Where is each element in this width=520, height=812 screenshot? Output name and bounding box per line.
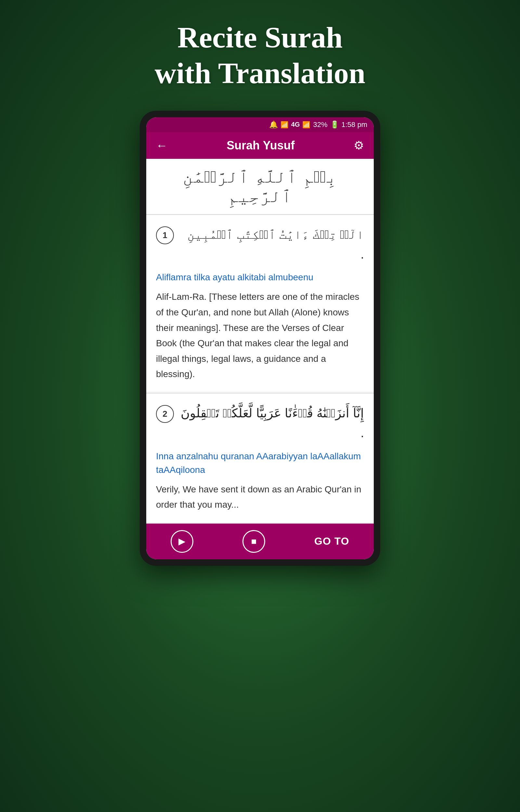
- play-button[interactable]: ▶: [171, 530, 193, 553]
- battery-icon: 🔋: [330, 120, 339, 129]
- battery-level: 32%: [313, 120, 327, 129]
- verse-transliteration-2: Inna anzalnahu quranan AAarabiyyan laAAa…: [156, 450, 364, 477]
- stop-icon: ■: [251, 536, 257, 547]
- network-type: 4G: [291, 121, 300, 128]
- verse-arabic: الٓرۚ تِلۡكَ ءَايَٰتُ ٱلۡكِتَٰبِ ٱلۡمُبِ…: [180, 225, 364, 264]
- status-icons: 🔔 📶 4G 📶 32% 🔋 1:58 pm: [269, 120, 367, 129]
- verse-header-2: 2 إِنَّآ أَنزَلۡنَٰهُ قُرۡءَٰنًا عَرَبِي…: [156, 403, 364, 443]
- verse-transliteration: Aliflamra tilka ayatu alkitabi almubeenu: [156, 271, 364, 284]
- stop-button[interactable]: ■: [242, 530, 265, 553]
- settings-button[interactable]: ⚙: [354, 139, 364, 152]
- page-title: Surah Yusuf: [227, 139, 294, 152]
- verse-arabic-2: إِنَّآ أَنزَلۡنَٰهُ قُرۡءَٰنًا عَرَبِيًّ…: [180, 403, 364, 443]
- play-icon: ▶: [178, 536, 186, 547]
- signal-icon: 📶: [281, 121, 289, 129]
- bismillah-section: بِسۡمِ ٱللَّهِ ٱلرَّحۡمَٰنِ ٱلرَّحِيمِ: [146, 159, 374, 214]
- verse-translation: Alif-Lam-Ra. [These letters are one of t…: [156, 289, 364, 382]
- bottom-bar: ▶ ■ GO TO: [146, 524, 374, 559]
- phone-device: 🔔 📶 4G 📶 32% 🔋 1:58 pm ← Surah Yusuf ⚙ ب…: [140, 111, 380, 566]
- phone-screen: 🔔 📶 4G 📶 32% 🔋 1:58 pm ← Surah Yusuf ⚙ ب…: [146, 117, 374, 559]
- goto-button[interactable]: GO TO: [314, 535, 349, 547]
- verse-number: 1: [156, 226, 174, 244]
- verse-header: 1 الٓرۚ تِلۡكَ ءَايَٰتُ ٱلۡكِتَٰبِ ٱلۡمُ…: [156, 225, 364, 264]
- notification-icon: 🔔: [269, 120, 278, 129]
- promo-title: Recite Surahwith Translation: [122, 20, 398, 91]
- bismillah-text: بِسۡمِ ٱللَّهِ ٱلرَّحۡمَٰنِ ٱلرَّحِيمِ: [154, 167, 366, 206]
- verse-translation-2: Verily, We have sent it down as an Arabi…: [156, 482, 364, 512]
- verse-item-2: 2 إِنَّآ أَنزَلۡنَٰهُ قُرۡءَٰنًا عَرَبِي…: [146, 394, 374, 522]
- signal-bars: 📶: [302, 121, 310, 129]
- back-button[interactable]: ←: [156, 139, 168, 152]
- app-header: ← Surah Yusuf ⚙: [146, 132, 374, 159]
- clock: 1:58 pm: [342, 120, 368, 129]
- status-bar: 🔔 📶 4G 📶 32% 🔋 1:58 pm: [146, 117, 374, 132]
- verse-item: 1 الٓرۚ تِلۡكَ ءَايَٰتُ ٱلۡكِتَٰبِ ٱلۡمُ…: [146, 215, 374, 392]
- verse-number-2: 2: [156, 405, 174, 423]
